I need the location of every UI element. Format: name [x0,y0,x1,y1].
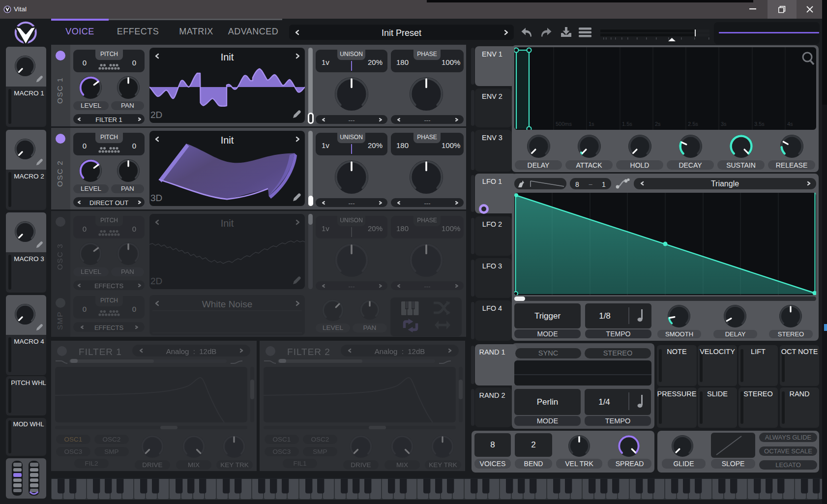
svg-text:2s: 2s [655,121,661,127]
svg-text:1.5s: 1.5s [622,121,632,127]
svg-text:500ms: 500ms [556,121,572,127]
svg-text:3s: 3s [721,121,727,127]
svg-text:4s: 4s [787,121,793,127]
svg-text:1s: 1s [589,121,594,127]
svg-text:3.5s: 3.5s [754,121,765,127]
svg-text:2.5s: 2.5s [688,121,698,127]
